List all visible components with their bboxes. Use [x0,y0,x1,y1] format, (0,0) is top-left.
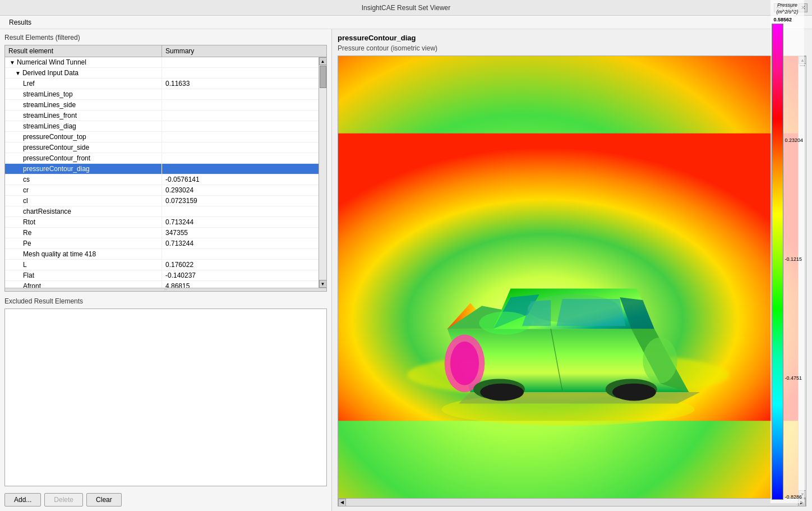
result-title: pressureContour_diag [338,34,806,42]
row-element-cell: ▼Numerical Wind Tunnel [5,57,162,67]
row-summary-cell [162,100,319,110]
table-header: Result element Summary [5,45,326,57]
table-row[interactable]: Mesh quality at time 418 [5,249,319,260]
row-summary-cell [162,68,319,78]
excluded-section: Excluded Result Elements Add... Delete C… [4,297,327,507]
colorbar-val-2: 0.23204 [785,137,803,143]
row-element-cell: Pe [5,238,162,248]
table-row[interactable]: Flat-0.140237 [5,270,319,281]
window-title: InsightCAE Result Set Viewer [38,4,774,12]
row-element-cell: cl [5,196,162,206]
resize-handle[interactable]: ··· [5,288,326,291]
row-summary-cell [162,206,319,217]
row-summary-cell: -0.140237 [162,270,319,280]
row-summary-cell: 0.0723159 [162,196,319,206]
svg-point-18 [480,384,524,401]
main-content: Result Elements (filtered) Result elemen… [0,29,812,511]
row-element-cell: ▼Derived Input Data [5,68,162,78]
scroll-track [319,65,327,280]
colorbar-label-group: 0.23204 -0.1215 -0.4751 -0.8286 [785,56,803,498]
table-row[interactable]: streamLines_diag [5,121,319,132]
colorbar-val-5: -0.8286 [785,494,803,498]
row-summary-cell: 0.176022 [162,260,319,270]
col-element-header: Result element [5,45,162,57]
scroll-h-left[interactable]: ◀ [338,499,346,507]
table-row[interactable]: L0.176022 [5,260,319,270]
row-element-cell: streamLines_side [5,100,162,110]
table-row[interactable]: Rtot0.713244 [5,217,319,228]
table-inner: ▼Numerical Wind Tunnel▼Derived Input Dat… [5,57,326,288]
menu-results[interactable]: Results [4,17,36,27]
row-summary-cell [162,142,319,153]
result-elements-label: Result Elements (filtered) [4,34,327,42]
table-row[interactable]: pressureContour_top [5,132,319,142]
title-bar: InsightCAE Result Set Viewer ─ + ✕ [0,0,812,16]
row-element-cell: Re [5,228,162,238]
row-summary-cell [162,153,319,163]
scroll-up-btn[interactable]: ▲ [319,57,327,65]
table-row[interactable]: pressureContour_side [5,142,319,153]
scroll-thumb[interactable] [320,66,326,88]
table-row[interactable]: Pe0.713244 [5,238,319,249]
clear-button[interactable]: Clear [86,493,122,507]
row-summary-cell [162,249,319,259]
image-main-inner [338,56,798,498]
row-element-cell: Lref [5,79,162,89]
row-element-cell: Rtot [5,217,162,227]
image-wrapper: ▲ ▼ Pressure(m^2/s^2) 0.58562 0.23204 [338,56,806,507]
svg-point-12 [450,342,479,385]
row-element-cell: pressureContour_side [5,142,162,153]
row-element-cell: streamLines_top [5,89,162,99]
table-row[interactable]: chartResistance [5,206,319,217]
row-element-cell: Flat [5,270,162,280]
colorbar-val-3: -0.1215 [785,256,803,262]
table-row[interactable]: cs-0.0576141 [5,174,319,185]
table-row[interactable]: streamLines_front [5,111,319,121]
right-panel: pressureContour_diag Pressure contour (i… [332,29,812,511]
table-row[interactable]: pressureContour_diag [5,164,319,174]
colorbar: Pressure(m^2/s^2) 0.58562 0.23204 -0.121… [771,56,804,498]
row-element-cell: chartResistance [5,206,162,217]
row-element-cell: cs [5,174,162,185]
row-element-cell: pressureContour_diag [5,164,162,174]
table-row[interactable]: cl0.0723159 [5,196,319,206]
colorbar-val-4: -0.4751 [785,375,803,381]
row-element-cell: Mesh quality at time 418 [5,249,162,259]
table-row[interactable]: Lref0.11633 [5,79,319,89]
row-summary-cell [162,57,319,67]
row-summary-cell [162,164,319,174]
table-row[interactable]: pressureContour_front [5,153,319,164]
scroll-down-btn[interactable]: ▼ [319,280,327,288]
row-element-cell: Afront [5,281,162,288]
table-scrollbar[interactable]: ▲ ▼ [319,57,326,288]
row-summary-cell [162,89,319,99]
table-row[interactable]: cr0.293024 [5,185,319,196]
menu-bar: Results [0,16,812,29]
bottom-buttons: Add... Delete Clear [4,491,327,507]
row-summary-cell: 347355 [162,228,319,238]
image-main: ▲ ▼ Pressure(m^2/s^2) 0.58562 0.23204 [338,56,806,498]
left-panel: Result Elements (filtered) Result elemen… [0,29,332,511]
delete-button[interactable]: Delete [44,493,83,507]
table-scroll[interactable]: ▼Numerical Wind Tunnel▼Derived Input Dat… [5,57,319,288]
row-summary-cell [162,111,319,121]
row-element-cell: cr [5,185,162,195]
excluded-box [4,309,327,486]
table-row[interactable]: streamLines_side [5,100,319,111]
row-element-cell: pressureContour_front [5,153,162,163]
row-summary-cell: 4.86815 [162,281,319,288]
svg-point-19 [612,384,656,401]
row-element-cell: pressureContour_top [5,132,162,142]
table-row[interactable]: Re347355 [5,228,319,238]
table-row[interactable]: ▼Derived Input Data [5,68,319,79]
row-element-cell: L [5,260,162,270]
image-scrollbar-h[interactable]: ◀ ▶ [338,498,806,506]
svg-point-13 [479,312,530,335]
table-row[interactable]: ▼Numerical Wind Tunnel [5,57,319,68]
result-subtitle: Pressure contour (isometric view) [338,44,806,52]
add-button[interactable]: Add... [4,493,41,507]
table-row[interactable]: Afront4.86815 [5,281,319,288]
colorbar-gradient [772,56,783,498]
row-summary-cell: 0.293024 [162,185,319,195]
table-row[interactable]: streamLines_top [5,89,319,100]
